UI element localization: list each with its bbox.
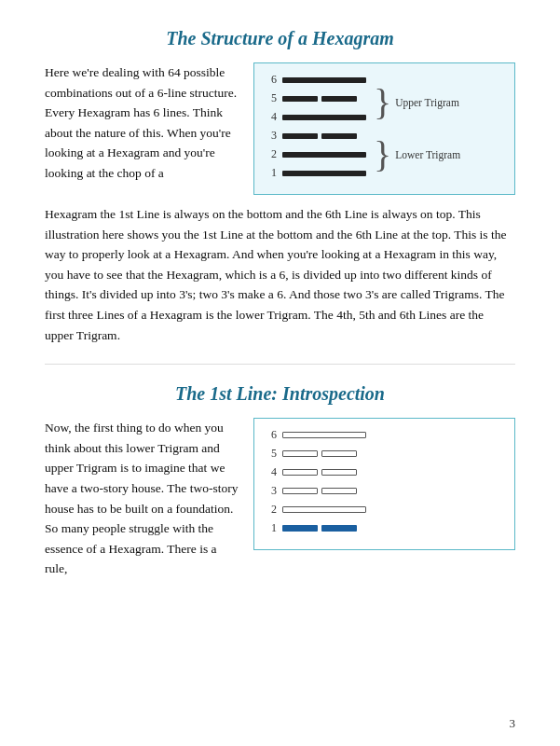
- hex2-lines: 6 5 4: [267, 428, 366, 540]
- hex-num-1: 1: [267, 166, 277, 180]
- hex2-bar-3b: [321, 488, 357, 494]
- hex-bar-3b: [321, 133, 357, 139]
- hex2-row-5: 5: [267, 447, 366, 461]
- hexagram-diagram-2: 6 5 4: [253, 418, 515, 550]
- page-number: 3: [510, 716, 516, 731]
- hex2-bar-5b: [321, 450, 357, 457]
- hex-row-3: 3: [267, 129, 366, 143]
- hex-num-5: 5: [267, 91, 277, 105]
- hex-lines: 6 5 4: [267, 73, 366, 185]
- hex2-bar-6: [282, 432, 366, 438]
- hex-row-4: 4: [267, 110, 366, 124]
- page: The Structure of a Hexagram Here we're d…: [0, 0, 560, 746]
- upper-trigram-label: } Upper Trigram: [374, 86, 460, 119]
- lower-trigram-label: } Lower Trigram: [374, 138, 460, 172]
- section1-intro-text: Here we're dealing with 64 possible comb…: [45, 62, 240, 195]
- hex2-row-3: 3: [267, 484, 366, 498]
- hex-num-4: 4: [267, 110, 277, 124]
- hex-row-5: 5: [267, 91, 366, 105]
- hex2-bar-1b: [321, 525, 357, 532]
- hex-num-3: 3: [267, 129, 277, 143]
- section2-intro-text: Now, the first thing to do when you thin…: [45, 418, 240, 579]
- section-divider: [45, 364, 515, 365]
- hex-bar-2: [282, 152, 366, 158]
- hex-bar-1: [282, 171, 366, 176]
- hexagram-diagram-1: 6 5 4: [253, 62, 515, 195]
- hex-bar-5a: [282, 96, 318, 102]
- hex2-row-2: 2: [267, 503, 366, 517]
- hex-bar-3a: [282, 133, 318, 139]
- hex-row-2: 2: [267, 147, 366, 161]
- section2-title: The 1st Line: Introspection: [45, 383, 515, 405]
- hex-num-6: 6: [267, 73, 277, 87]
- hex2-bar-2: [282, 506, 366, 513]
- hex-bar-5b: [321, 96, 357, 102]
- section2-content: Now, the first thing to do when you thin…: [45, 418, 515, 579]
- hex2-bar-1a: [282, 525, 318, 532]
- hex-num-2: 2: [267, 147, 277, 161]
- hex2-row-1: 1: [267, 521, 366, 535]
- hex-bar-4: [282, 115, 366, 120]
- hex-bar-6: [282, 77, 366, 83]
- hex-row-1: 1: [267, 166, 366, 180]
- hex2-row-6: 6: [267, 428, 366, 442]
- section1-title: The Structure of a Hexagram: [45, 28, 515, 49]
- hex2-bar-3a: [282, 488, 318, 494]
- hex-row-6: 6: [267, 73, 366, 87]
- section1-body-text: Hexagram the 1st Line is always on the b…: [45, 204, 515, 345]
- hex2-bar-4b: [321, 469, 357, 476]
- hex2-bar-5a: [282, 450, 318, 457]
- hex-trigram-labels: } Upper Trigram } Lower Trigram: [374, 86, 460, 172]
- hex2-bar-4a: [282, 469, 318, 476]
- hex2-row-4: 4: [267, 465, 366, 479]
